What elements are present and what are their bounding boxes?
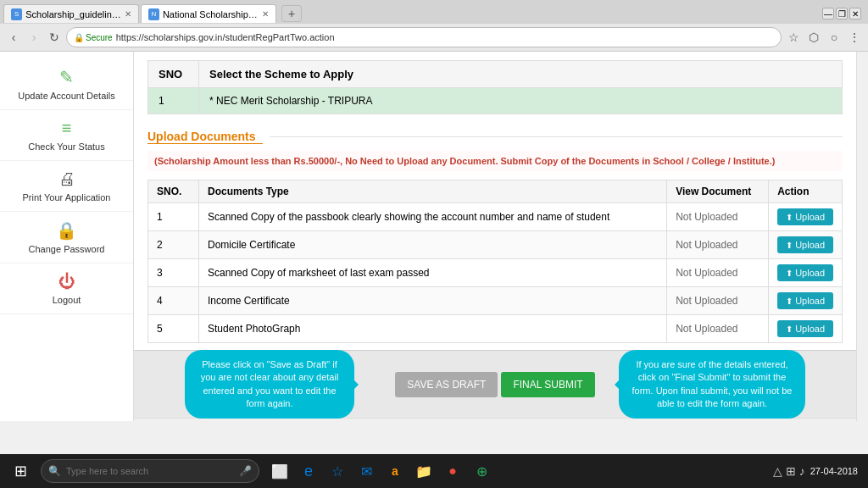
- search-icon: 🔍: [48, 465, 61, 477]
- bookmark-button[interactable]: ☆: [785, 29, 802, 46]
- minimize-button[interactable]: —: [822, 8, 834, 19]
- upload-button[interactable]: Upload: [777, 264, 833, 281]
- menu-button[interactable]: ⋮: [846, 29, 863, 46]
- address-bar[interactable]: 🔒 Secure https://scholarships.gov.in/stu…: [66, 27, 782, 47]
- scheme-sno: 1: [148, 88, 199, 114]
- taskbar: ⊞ 🔍 🎤 ⬜ e ☆ ✉ a 📁 ● ⊕ △ ⊞ ♪ 27-04-2018: [0, 454, 868, 488]
- docs-col-sno: SNO.: [148, 180, 199, 203]
- update-account-icon: ✎: [59, 67, 74, 87]
- sidebar-label-print-app: Print Your Application: [23, 192, 111, 202]
- upload-title: Upload Documents: [147, 130, 263, 144]
- taskbar-right: △ ⊞ ♪ 27-04-2018: [773, 464, 865, 478]
- print-icon: 🖨: [58, 169, 75, 189]
- taskbar-app-circle2[interactable]: ⊕: [468, 458, 495, 485]
- back-button[interactable]: ‹: [5, 29, 22, 46]
- sidebar-item-logout[interactable]: ⏻ Logout: [0, 263, 133, 314]
- tab-favicon-2: N: [148, 8, 159, 20]
- tab-close-2[interactable]: ✕: [262, 9, 269, 19]
- scrollbar[interactable]: [856, 52, 868, 421]
- sidebar: ✎ Update Account Details ≡ Check Your St…: [0, 52, 134, 421]
- search-input[interactable]: [66, 466, 236, 476]
- maximize-button[interactable]: ❐: [836, 8, 848, 19]
- taskbar-apps: ⬜ e ☆ ✉ a 📁 ● ⊕: [266, 458, 495, 485]
- doc-status: Not Uploaded: [667, 259, 769, 287]
- tab-national-scholarship[interactable]: N National Scholarship Sch ✕: [141, 4, 276, 23]
- upload-button[interactable]: Upload: [777, 236, 833, 253]
- sidebar-label-check-status: Check Your Status: [28, 141, 105, 152]
- taskbar-app-star[interactable]: ☆: [324, 458, 351, 485]
- taskbar-app-circle1[interactable]: ●: [439, 458, 466, 485]
- doc-status: Not Uploaded: [667, 315, 769, 343]
- scheme-section: SNO Select the Scheme to Apply 1 * NEC M…: [134, 52, 856, 123]
- tab-close-1[interactable]: ✕: [125, 9, 131, 19]
- sidebar-item-check-status[interactable]: ≡ Check Your Status: [0, 110, 133, 161]
- upload-button[interactable]: Upload: [777, 292, 833, 309]
- close-button[interactable]: ✕: [849, 8, 861, 19]
- doc-status: Not Uploaded: [667, 203, 769, 231]
- scheme-table: SNO Select the Scheme to Apply 1 * NEC M…: [147, 60, 843, 114]
- taskbar-app-task-view[interactable]: ⬜: [266, 458, 293, 485]
- taskbar-app-edge[interactable]: e: [295, 458, 322, 485]
- scheme-row: 1 * NEC Merit Scholarship - TRIPURA: [148, 88, 843, 114]
- save-draft-button[interactable]: SAVE AS DRAFT: [395, 372, 498, 397]
- logout-icon: ⏻: [58, 272, 75, 291]
- doc-action: Upload: [769, 315, 843, 343]
- reload-button[interactable]: ↻: [46, 29, 63, 46]
- final-submit-button[interactable]: FINAL SUBMIT: [501, 372, 594, 397]
- window-controls: — ❐ ✕: [819, 8, 865, 19]
- doc-type: Student PhotoGraph: [199, 315, 667, 343]
- doc-row: 5 Student PhotoGraph Not Uploaded Upload: [148, 315, 843, 343]
- bottom-section: Please click on "Save as Draft" if you a…: [134, 350, 856, 418]
- upload-section: Upload Documents (Scholarship Amount les…: [134, 123, 856, 350]
- upload-note: (Scholarship Amount less than Rs.50000/-…: [147, 151, 843, 171]
- sidebar-item-update-account[interactable]: ✎ Update Account Details: [0, 58, 133, 110]
- doc-row: 1 Scanned Copy of the passbook clearly s…: [148, 203, 843, 231]
- extensions-button[interactable]: ⬡: [805, 29, 822, 46]
- upload-divider: [270, 136, 843, 137]
- taskbar-app-folder[interactable]: 📁: [410, 458, 437, 485]
- doc-sno: 5: [148, 315, 199, 343]
- doc-status: Not Uploaded: [667, 231, 769, 259]
- forward-button[interactable]: ›: [25, 29, 42, 46]
- scheme-col-name: Select the Scheme to Apply: [199, 61, 843, 88]
- action-buttons: SAVE AS DRAFT FINAL SUBMIT: [395, 372, 594, 397]
- taskbar-icons: △ ⊞ ♪: [773, 464, 805, 478]
- scheme-name: * NEC Merit Scholarship - TRIPURA: [199, 88, 843, 114]
- lock-icon: 🔒: [56, 220, 77, 241]
- sidebar-label-logout: Logout: [53, 295, 81, 305]
- tab-title-1: Scholarship_guidelines_: [25, 9, 121, 19]
- doc-type: Income Certificate: [199, 287, 667, 315]
- sidebar-item-change-password[interactable]: 🔒 Change Password: [0, 212, 133, 263]
- start-button[interactable]: ⊞: [3, 454, 37, 488]
- secure-badge: 🔒 Secure: [74, 33, 113, 42]
- doc-sno: 2: [148, 231, 199, 259]
- doc-row: 3 Scanned Copy of marksheet of last exam…: [148, 259, 843, 287]
- tab-title-2: National Scholarship Sch: [163, 9, 259, 19]
- browser-toolbar: ‹ › ↻ 🔒 Secure https://scholarships.gov.…: [0, 24, 868, 51]
- sidebar-label-update-account: Update Account Details: [18, 91, 114, 101]
- new-tab-button[interactable]: +: [281, 5, 302, 22]
- doc-action: Upload: [769, 287, 843, 315]
- sidebar-item-print-app[interactable]: 🖨 Print Your Application: [0, 161, 133, 212]
- content-inner: SNO Select the Scheme to Apply 1 * NEC M…: [134, 52, 856, 350]
- doc-action: Upload: [769, 231, 843, 259]
- tooltip-right: If you are sure of the details entered, …: [619, 350, 805, 419]
- doc-sno: 4: [148, 287, 199, 315]
- taskbar-app-mail[interactable]: ✉: [353, 458, 380, 485]
- upload-button[interactable]: Upload: [777, 320, 833, 337]
- upload-button[interactable]: Upload: [777, 208, 833, 225]
- sidebar-label-change-password: Change Password: [29, 244, 105, 254]
- doc-sno: 3: [148, 259, 199, 287]
- doc-action: Upload: [769, 259, 843, 287]
- main-layout: ✎ Update Account Details ≡ Check Your St…: [0, 52, 868, 421]
- doc-type: Scanned Copy of the passbook clearly sho…: [199, 203, 667, 231]
- profile-button[interactable]: ○: [826, 29, 843, 46]
- taskbar-search[interactable]: 🔍 🎤: [41, 459, 259, 483]
- documents-table: SNO. Documents Type View Document Action…: [147, 180, 843, 343]
- doc-status: Not Uploaded: [667, 287, 769, 315]
- tab-favicon-1: S: [11, 8, 22, 20]
- check-status-icon: ≡: [62, 119, 72, 138]
- tab-scholarship-guidelines[interactable]: S Scholarship_guidelines_ ✕: [3, 4, 139, 23]
- tooltip-left: Please click on "Save as Draft" if you a…: [185, 350, 354, 419]
- taskbar-app-amazon[interactable]: a: [381, 458, 409, 485]
